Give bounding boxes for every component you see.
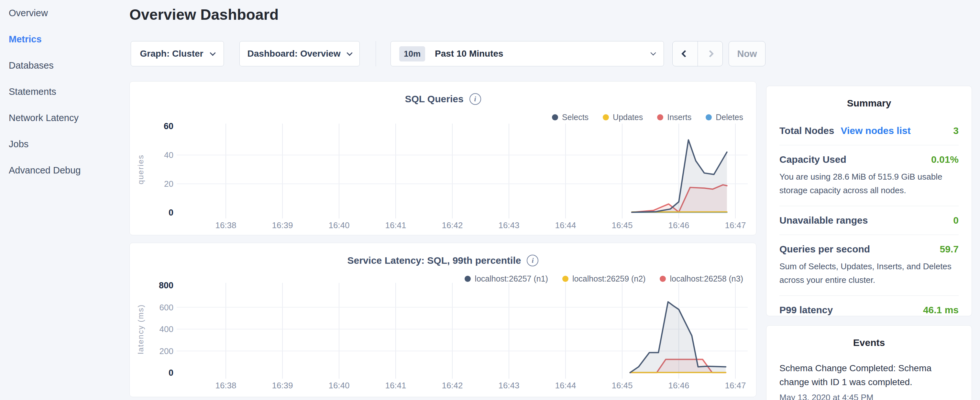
svg-text:16:38: 16:38	[215, 381, 236, 390]
legend-dot-icon	[552, 114, 558, 120]
sql-queries-chart-card: SQL Queries i Selects Updates Inserts De…	[129, 81, 756, 235]
sidebar-item-overview[interactable]: Overview	[9, 0, 129, 26]
summary-row-queries-per-second: Queries per second 59.7 Sum of Selects, …	[780, 235, 959, 296]
svg-text:16:42: 16:42	[442, 220, 463, 230]
summary-label: P99 latency	[780, 304, 833, 316]
svg-text:16:42: 16:42	[442, 381, 463, 390]
events-panel: Events Schema Change Completed: Schema c…	[766, 325, 972, 400]
summary-row-unavailable-ranges: Unavailable ranges 0	[780, 206, 959, 235]
chevron-right-icon	[706, 50, 714, 57]
chart-title-text: SQL Queries	[405, 94, 463, 105]
svg-text:400: 400	[159, 324, 173, 334]
chevron-down-icon	[210, 50, 215, 56]
legend-dot-icon	[562, 276, 568, 282]
chart-title-text: Service Latency: SQL, 99th percentile	[347, 255, 521, 266]
y-grid-and-ticks: 0204060	[164, 121, 748, 217]
svg-text:16:39: 16:39	[272, 220, 293, 230]
summary-row-capacity-used: Capacity Used 0.01% You are using 28.6 M…	[780, 145, 959, 206]
service-latency-chart-card: Service Latency: SQL, 99th percentile i …	[129, 243, 756, 397]
sidebar-item-statements[interactable]: Statements	[9, 79, 129, 105]
sql-queries-line-chart[interactable]: 16:3816:3916:4016:4116:4216:4316:4416:45…	[136, 120, 751, 232]
time-range-label: Past 10 Minutes	[435, 49, 503, 59]
sidebar-item-jobs[interactable]: Jobs	[9, 131, 129, 157]
time-range-badge: 10m	[399, 46, 425, 62]
summary-value: 59.7	[940, 244, 959, 255]
dashboard-dropdown[interactable]: Dashboard: Overview	[239, 41, 360, 66]
time-step-forward-button[interactable]	[698, 41, 723, 66]
chevron-left-icon	[681, 50, 689, 57]
now-button[interactable]: Now	[729, 41, 765, 66]
svg-text:16:43: 16:43	[498, 381, 519, 390]
svg-text:0: 0	[169, 368, 173, 378]
summary-label: Capacity Used	[780, 154, 846, 165]
sidebar-item-advanced-debug[interactable]: Advanced Debug	[9, 157, 129, 183]
summary-row-total-nodes: Total Nodes View nodes list 3	[780, 116, 959, 145]
event-list-item[interactable]: Schema Change Completed: Schema change w…	[780, 361, 959, 400]
svg-text:16:40: 16:40	[328, 381, 349, 390]
svg-text:16:45: 16:45	[611, 381, 633, 390]
svg-text:16:47: 16:47	[725, 381, 746, 390]
view-nodes-list-link[interactable]: View nodes list	[840, 125, 910, 136]
summary-description: You are using 28.6 MiB of 515.9 GiB usab…	[780, 170, 959, 197]
chevron-down-icon	[347, 50, 353, 56]
time-range-dropdown[interactable]: 10m Past 10 Minutes	[390, 41, 664, 66]
legend-dot-icon	[657, 114, 663, 120]
time-step-back-button[interactable]	[673, 41, 698, 66]
svg-text:16:43: 16:43	[498, 220, 519, 230]
svg-text:200: 200	[159, 346, 173, 356]
svg-text:16:44: 16:44	[555, 381, 576, 390]
svg-text:16:47: 16:47	[725, 220, 746, 230]
event-timestamp: May 13, 2020 at 4:45 PM	[780, 392, 959, 400]
legend-dot-icon	[706, 114, 712, 120]
svg-text:16:44: 16:44	[555, 220, 576, 230]
summary-value: 3	[953, 125, 959, 136]
svg-text:800: 800	[159, 282, 173, 290]
sidebar-item-metrics[interactable]: Metrics	[9, 26, 129, 53]
service-latency-line-chart[interactable]: 16:3816:3916:4016:4116:4216:4316:4416:45…	[136, 282, 751, 394]
legend-dot-icon	[465, 276, 471, 282]
series-area-localhost:26257 (n1)	[630, 302, 726, 373]
chart-title: SQL Queries i	[405, 93, 481, 105]
summary-value: 46.1 ms	[923, 304, 959, 316]
svg-text:16:46: 16:46	[668, 381, 689, 390]
sidebar-item-network-latency[interactable]: Network Latency	[9, 105, 129, 131]
info-icon[interactable]: i	[527, 255, 538, 266]
y-axis-label: queries	[136, 155, 145, 185]
summary-title: Summary	[780, 98, 959, 109]
svg-text:16:41: 16:41	[385, 220, 406, 230]
legend-dot-icon	[603, 114, 609, 120]
svg-text:40: 40	[164, 150, 173, 160]
summary-value: 0.01%	[931, 154, 959, 165]
svg-text:16:40: 16:40	[328, 220, 349, 230]
svg-text:16:41: 16:41	[385, 381, 406, 390]
summary-value: 0	[953, 215, 959, 226]
svg-text:16:38: 16:38	[215, 220, 236, 230]
legend-dot-icon	[660, 276, 666, 282]
chevron-down-icon	[651, 50, 656, 56]
svg-text:16:39: 16:39	[272, 381, 293, 390]
info-icon[interactable]: i	[469, 93, 481, 105]
svg-text:0: 0	[169, 208, 173, 217]
svg-text:600: 600	[159, 303, 173, 312]
dashboard-dropdown-label: Dashboard: Overview	[248, 49, 341, 59]
svg-text:16:45: 16:45	[611, 220, 633, 230]
summary-panel: Summary Total Nodes View nodes list 3 Ca…	[766, 86, 972, 316]
summary-label: Unavailable ranges	[780, 215, 868, 226]
page-title: Overview Dashboard	[129, 6, 278, 23]
summary-label: Queries per second	[780, 244, 870, 255]
summary-label: Total Nodes	[780, 125, 834, 136]
x-grid-and-ticks: 16:3816:3916:4016:4116:4216:4316:4416:45…	[215, 124, 746, 230]
summary-description: Sum of Selects, Updates, Inserts, and De…	[780, 260, 959, 287]
graph-scope-dropdown[interactable]: Graph: Cluster	[131, 41, 224, 66]
event-text: Schema Change Completed: Schema change w…	[780, 361, 959, 389]
y-axis-label: latency (ms)	[136, 304, 145, 354]
svg-text:60: 60	[164, 121, 173, 131]
sidebar-item-databases[interactable]: Databases	[9, 53, 129, 79]
events-title: Events	[780, 337, 959, 348]
chart-title: Service Latency: SQL, 99th percentile i	[347, 255, 539, 266]
controls-bar: Graph: Cluster Dashboard: Overview 10m P…	[129, 41, 767, 66]
svg-text:16:46: 16:46	[668, 220, 689, 230]
summary-row-p99-latency: P99 latency 46.1 ms	[780, 296, 959, 324]
time-step-buttons	[672, 41, 723, 66]
svg-text:20: 20	[164, 179, 173, 189]
